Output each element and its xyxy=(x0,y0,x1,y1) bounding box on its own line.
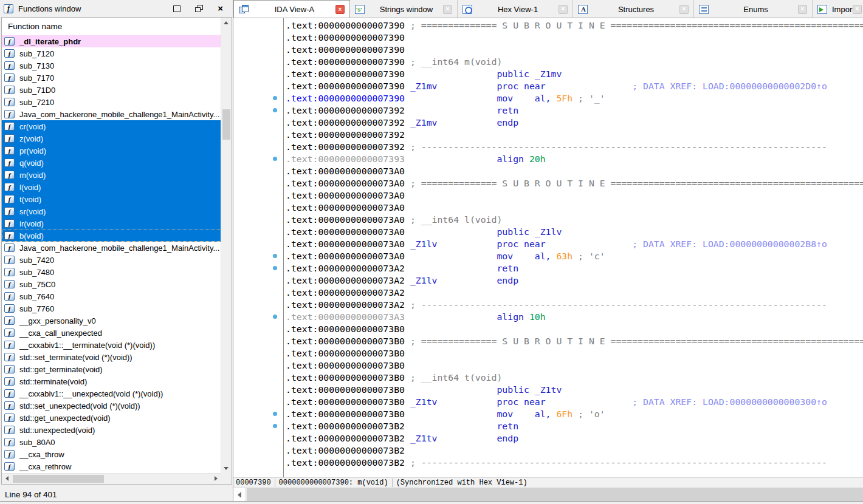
float-window-icon[interactable] xyxy=(195,5,203,12)
disassembly-line[interactable]: .text:0000000000007392 _Z1mv endp xyxy=(286,117,863,129)
disassembly-line[interactable]: .text:00000000000073B0 xyxy=(286,323,863,335)
disassembly-line[interactable]: .text:00000000000073A3 align 10h xyxy=(286,311,863,323)
function-row[interactable]: sub_7210 xyxy=(2,96,221,108)
tab-close-icon[interactable]: × xyxy=(798,5,807,14)
function-row[interactable]: sub_7480 xyxy=(2,266,221,278)
disassembly-line[interactable]: .text:00000000000073A2 retn xyxy=(286,262,863,274)
disassembly-line[interactable]: .text:0000000000007390 public _Z1mv xyxy=(286,68,863,80)
function-name-column-header[interactable]: Function name xyxy=(2,18,221,35)
disassembly-line[interactable]: .text:00000000000073B2 retn xyxy=(286,420,863,432)
close-icon[interactable]: × xyxy=(218,5,223,12)
function-row[interactable]: sub_7640 xyxy=(2,290,221,302)
disassembly-line[interactable]: .text:00000000000073A0 xyxy=(286,202,863,214)
function-row[interactable]: b(void) xyxy=(2,230,221,242)
disassembly-line[interactable]: .text:0000000000007392 xyxy=(286,129,863,141)
scroll-left-icon[interactable] xyxy=(2,474,12,483)
tab-hex-view-1[interactable]: Hex View-1× xyxy=(458,0,573,18)
scroll-left-icon[interactable] xyxy=(233,488,246,502)
horizontal-scrollbar-thumb[interactable] xyxy=(13,475,104,483)
disassembly-line[interactable]: .text:0000000000007392 retn xyxy=(286,104,863,117)
function-row[interactable]: sub_7760 xyxy=(2,302,221,315)
disassembly-line[interactable]: .text:00000000000073B0 xyxy=(286,347,863,359)
function-row[interactable]: sub_7420 xyxy=(2,254,221,266)
function-row[interactable]: std::set_unexpected(void (*)(void)) xyxy=(2,400,221,412)
scroll-right-icon[interactable] xyxy=(211,474,221,483)
tab-strings-window[interactable]: Strings window× xyxy=(350,0,458,18)
tab-imports[interactable]: Imports× xyxy=(813,0,863,18)
tab-close-icon[interactable]: × xyxy=(443,5,452,14)
disassembly-scrollbar-thumb[interactable] xyxy=(247,488,863,502)
scroll-down-icon[interactable] xyxy=(221,463,231,474)
disassembly-line[interactable]: .text:00000000000073B0 ; __int64 t(void) xyxy=(286,372,863,384)
tab-ida-view-a[interactable]: IDA View-A× xyxy=(233,0,350,18)
function-row[interactable]: ir(void) xyxy=(2,217,221,230)
function-row[interactable]: sub_7130 xyxy=(2,60,221,72)
function-row[interactable]: sub_75C0 xyxy=(2,278,221,290)
function-row[interactable]: pr(void) xyxy=(2,145,221,157)
disassembly-line[interactable]: .text:0000000000007390 ; __int64 m(void) xyxy=(286,56,863,68)
tab-close-icon[interactable]: × xyxy=(679,5,689,14)
tab-close-icon[interactable]: × xyxy=(559,5,568,14)
disassembly-line[interactable]: .text:00000000000073A0 _Z1lv proc near ;… xyxy=(286,238,863,250)
horizontal-scrollbar[interactable] xyxy=(2,473,221,484)
function-row[interactable]: __cxxabiv1::__terminate(void (*)(void)) xyxy=(2,339,221,351)
function-row[interactable]: __cxa_call_unexpected xyxy=(2,327,221,339)
function-row[interactable]: std::unexpected(void) xyxy=(2,424,221,436)
disassembly-view[interactable]: .text:0000000000007390 ; ============== … xyxy=(233,18,863,478)
disassembly-line[interactable]: .text:00000000000073A2 ; ---------------… xyxy=(286,299,863,311)
tab-structures[interactable]: Structures× xyxy=(573,0,694,18)
function-row[interactable]: Java_com_hackerone_mobile_challenge1_Mai… xyxy=(2,108,221,120)
function-row[interactable]: __cxxabiv1::__unexpected(void (*)(void)) xyxy=(2,387,221,400)
disassembly-line[interactable]: .text:00000000000073A0 xyxy=(286,189,863,202)
function-row[interactable]: Java_com_hackerone_mobile_challenge1_Mai… xyxy=(2,242,221,254)
disassembly-line[interactable]: .text:0000000000007392 ; ---------------… xyxy=(286,141,863,153)
disassembly-line[interactable]: .text:00000000000073A0 mov al, 63h ; 'c' xyxy=(286,250,863,262)
function-row[interactable]: std::get_terminate(void) xyxy=(2,363,221,375)
disassembly-line[interactable]: .text:00000000000073A2 xyxy=(286,287,863,299)
function-row[interactable]: _dl_iterate_phdr xyxy=(2,35,221,47)
function-row[interactable]: sub_80A0 xyxy=(2,436,221,448)
disassembly-line[interactable]: .text:00000000000073B0 xyxy=(286,359,863,372)
vertical-scrollbar[interactable] xyxy=(221,18,232,474)
disassembly-line[interactable]: .text:00000000000073A0 ; ============== … xyxy=(286,177,863,189)
function-row[interactable]: __cxa_throw xyxy=(2,448,221,460)
function-row[interactable]: q(void) xyxy=(2,157,221,169)
function-row[interactable]: sub_7120 xyxy=(2,47,221,60)
disassembly-line[interactable]: .text:0000000000007390 xyxy=(286,32,863,44)
function-row[interactable]: sub_7170 xyxy=(2,72,221,84)
function-row[interactable]: l(void) xyxy=(2,181,221,193)
disassembly-line[interactable]: .text:0000000000007390 _Z1mv proc near ;… xyxy=(286,80,863,92)
disassembly-line[interactable]: .text:00000000000073B2 xyxy=(286,444,863,457)
disassembly-line[interactable]: .text:00000000000073B2 _Z1tv endp xyxy=(286,432,863,444)
disassembly-line[interactable]: .text:00000000000073B0 _Z1tv proc near ;… xyxy=(286,396,863,408)
scroll-up-icon[interactable] xyxy=(221,18,231,28)
function-row[interactable]: t(void) xyxy=(2,193,221,205)
disassembly-line[interactable]: .text:00000000000073A2 _Z1lv endp xyxy=(286,274,863,287)
disassembly-line[interactable]: .text:00000000000073B0 ; ============== … xyxy=(286,335,863,347)
function-row[interactable]: std::get_unexpected(void) xyxy=(2,412,221,424)
disassembly-line[interactable]: .text:00000000000073B2 ; ---------------… xyxy=(286,457,863,469)
functions-window-titlebar[interactable]: Functions window × xyxy=(0,0,233,17)
disassembly-line[interactable]: .text:0000000000007390 ; ============== … xyxy=(286,19,863,32)
disassembly-line[interactable]: .text:0000000000007390 xyxy=(286,44,863,56)
function-row[interactable]: z(void) xyxy=(2,132,221,145)
function-row[interactable]: std::terminate(void) xyxy=(2,375,221,387)
vertical-scrollbar-thumb[interactable] xyxy=(222,109,230,140)
disassembly-line[interactable]: .text:0000000000007393 align 20h xyxy=(286,153,863,165)
maximize-icon[interactable] xyxy=(173,5,181,12)
function-row[interactable]: sr(void) xyxy=(2,205,221,217)
disassembly-line[interactable]: .text:0000000000007390 mov al, 5Fh ; '_' xyxy=(286,92,863,104)
tab-enums[interactable]: Enums× xyxy=(694,0,813,18)
function-row[interactable]: std::set_terminate(void (*)(void)) xyxy=(2,351,221,363)
disassembly-line[interactable]: .text:00000000000073A0 public _Z1lv xyxy=(286,226,863,238)
disassembly-line[interactable]: .text:00000000000073B0 public _Z1tv xyxy=(286,384,863,396)
disassembly-line[interactable]: .text:00000000000073A0 xyxy=(286,165,863,177)
disassembly-line[interactable]: .text:00000000000073A0 ; __int64 l(void) xyxy=(286,214,863,226)
function-row[interactable]: cr(void) xyxy=(2,120,221,132)
function-row[interactable]: m(void) xyxy=(2,169,221,181)
tab-close-icon[interactable]: × xyxy=(853,5,862,14)
disassembly-hscrollbar[interactable] xyxy=(233,488,863,502)
function-row[interactable]: __cxa_rethrow xyxy=(2,460,221,472)
disassembly-line[interactable]: .text:00000000000073B0 mov al, 6Fh ; 'o' xyxy=(286,408,863,420)
function-row[interactable]: sub_71D0 xyxy=(2,84,221,96)
